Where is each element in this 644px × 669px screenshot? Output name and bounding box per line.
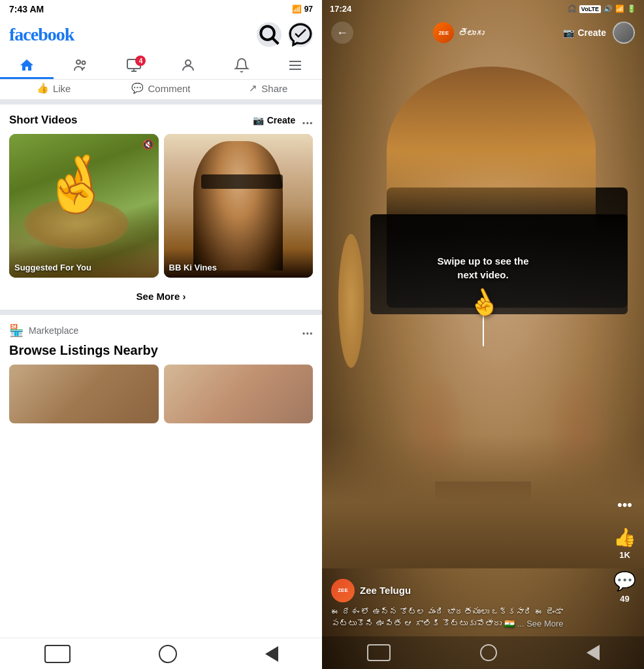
section-actions: 📷 Create ... bbox=[253, 112, 313, 127]
comment-control[interactable]: 💬 49 bbox=[613, 570, 636, 604]
svg-point-0 bbox=[261, 26, 274, 40]
right-status-time: 17:24 bbox=[330, 4, 351, 14]
like-icon: 👍 bbox=[37, 82, 49, 94]
action-bar: 👍 Like 💬 Comment ↗ Share bbox=[0, 80, 322, 105]
comment-count: 49 bbox=[620, 594, 629, 604]
chevron-right-icon: › bbox=[182, 291, 185, 302]
back-button[interactable]: ← bbox=[331, 22, 353, 44]
video-create-button[interactable]: 📷 Create bbox=[563, 27, 606, 38]
listing-card-2[interactable] bbox=[164, 365, 314, 423]
comment-icon-right: 💬 bbox=[613, 570, 636, 592]
right-nav-back[interactable] bbox=[587, 645, 600, 661]
share-icon: ↗ bbox=[249, 82, 257, 94]
swipe-hint: Swipe up to see thenext video. ☝ bbox=[437, 254, 528, 346]
comment-button[interactable]: 💬 Comment bbox=[107, 82, 214, 94]
right-status-icons: 🎧 VoLTE 🔊 📶 🔋 bbox=[568, 5, 636, 13]
facebook-logo: facebook bbox=[9, 24, 74, 45]
nav-menu[interactable] bbox=[268, 52, 322, 79]
like-label: Like bbox=[53, 83, 71, 94]
swipe-line bbox=[483, 314, 484, 346]
like-count: 1K bbox=[619, 550, 630, 560]
speaker-icon: 🔊 bbox=[604, 5, 613, 13]
right-battery-icon: 🔋 bbox=[627, 5, 636, 13]
video-card-1[interactable]: 🤞 🔇 Suggested For You bbox=[9, 134, 159, 278]
status-bar-left: 7:43 AM 📶 97 bbox=[0, 0, 322, 18]
nav-watch[interactable]: 4 bbox=[107, 52, 161, 79]
user-avatar[interactable] bbox=[613, 22, 635, 44]
share-button[interactable]: ↗ Share bbox=[215, 82, 322, 94]
camera-icon-right: 📷 bbox=[563, 27, 574, 38]
swipe-cursor-icon: ☝ bbox=[463, 283, 503, 322]
profile-icon bbox=[180, 57, 196, 73]
svg-line-1 bbox=[273, 39, 279, 44]
marketplace-title-row: 🏪 Marketplace bbox=[9, 323, 78, 338]
bell-icon bbox=[234, 57, 250, 73]
channel-name-top: తెలుగు bbox=[458, 28, 483, 38]
swipe-arrow: ☝ bbox=[437, 288, 528, 346]
see-more-label: See More bbox=[137, 291, 180, 302]
see-more-button[interactable]: See More › bbox=[0, 283, 322, 315]
nav-back-button[interactable] bbox=[265, 646, 278, 662]
messenger-button[interactable] bbox=[288, 22, 313, 47]
nav-bar: 4 bbox=[0, 52, 322, 80]
hair-detail bbox=[387, 67, 596, 234]
right-nav-square[interactable] bbox=[367, 644, 391, 661]
channel-logo-circle: ZEE bbox=[433, 22, 454, 43]
status-time: 7:43 AM bbox=[9, 4, 44, 14]
listing-card-1[interactable] bbox=[9, 365, 159, 423]
bottom-nav bbox=[0, 638, 322, 669]
left-panel: 7:43 AM 📶 97 facebook bbox=[0, 0, 322, 669]
header-icons bbox=[257, 22, 313, 47]
nav-square-button[interactable] bbox=[44, 645, 71, 663]
video-top-bar: ← ZEE తెలుగు 📷 Create bbox=[322, 18, 644, 48]
like-control[interactable]: 👍 1K bbox=[613, 527, 636, 560]
right-panel: 17:24 🎧 VoLTE 🔊 📶 🔋 ← ZEE తెలుగు 📷 Creat… bbox=[322, 0, 644, 669]
short-videos-section: Short Videos 📷 Create ... 🤞 bbox=[0, 105, 322, 283]
right-nav-circle[interactable] bbox=[480, 644, 497, 661]
video-right-controls: 📷 Create bbox=[563, 22, 635, 44]
nav-profile[interactable] bbox=[161, 52, 215, 79]
camera-icon: 📷 bbox=[253, 115, 264, 125]
create-button[interactable]: 📷 Create bbox=[253, 115, 296, 125]
mute-icon[interactable]: 🔇 bbox=[142, 139, 153, 150]
create-label: Create bbox=[267, 115, 296, 125]
svg-point-2 bbox=[76, 60, 80, 64]
marketplace-section: 🏪 Marketplace ... Browse Listings Nearby bbox=[0, 315, 322, 429]
nav-friends[interactable] bbox=[54, 52, 107, 79]
like-button[interactable]: 👍 Like bbox=[0, 82, 107, 94]
marketplace-label: Marketplace bbox=[29, 325, 78, 336]
side-controls: ••• 👍 1K 💬 49 bbox=[613, 497, 636, 604]
messenger-icon bbox=[288, 22, 313, 47]
fb-header: facebook bbox=[0, 18, 322, 52]
channel-name-bottom: Zee Telugu bbox=[360, 585, 411, 596]
volte-badge: VoLTE bbox=[579, 5, 601, 13]
more-button[interactable]: ... bbox=[302, 112, 313, 127]
comment-label: Comment bbox=[148, 83, 190, 94]
marketplace-main-title: Browse Listings Nearby bbox=[9, 343, 313, 358]
swipe-text: Swipe up to see thenext video. bbox=[437, 254, 528, 282]
video-card-2[interactable]: BB Ki Vines bbox=[164, 134, 314, 278]
lower-body-detail bbox=[322, 435, 644, 569]
nav-notifications[interactable] bbox=[215, 52, 268, 79]
share-label: Share bbox=[261, 83, 287, 94]
status-icons: 📶 97 bbox=[292, 5, 313, 14]
battery-icon: 97 bbox=[304, 5, 313, 14]
nav-home[interactable] bbox=[0, 52, 54, 79]
channel-logo: ZEE తెలుగు bbox=[433, 22, 483, 43]
see-more-link[interactable]: ... See More bbox=[517, 619, 564, 628]
video-cards: 🤞 🔇 Suggested For You BB Ki Vines bbox=[9, 134, 313, 278]
video-card-1-label: Suggested For You bbox=[14, 263, 91, 272]
video-more-button[interactable]: ••• bbox=[617, 497, 632, 514]
nav-circle-button[interactable] bbox=[159, 645, 177, 663]
video-card-2-label: BB Ki Vines bbox=[169, 263, 217, 272]
create-label-right: Create bbox=[577, 27, 606, 38]
home-icon bbox=[19, 57, 35, 73]
marketplace-icon: 🏪 bbox=[9, 323, 24, 338]
watch-badge: 4 bbox=[135, 56, 146, 66]
search-button[interactable] bbox=[257, 22, 282, 47]
search-icon bbox=[257, 22, 282, 47]
right-bottom-nav bbox=[322, 636, 644, 669]
channel-avatar: ZEE bbox=[331, 579, 355, 602]
marketplace-more-button[interactable]: ... bbox=[302, 323, 313, 338]
listing-cards bbox=[9, 365, 313, 423]
